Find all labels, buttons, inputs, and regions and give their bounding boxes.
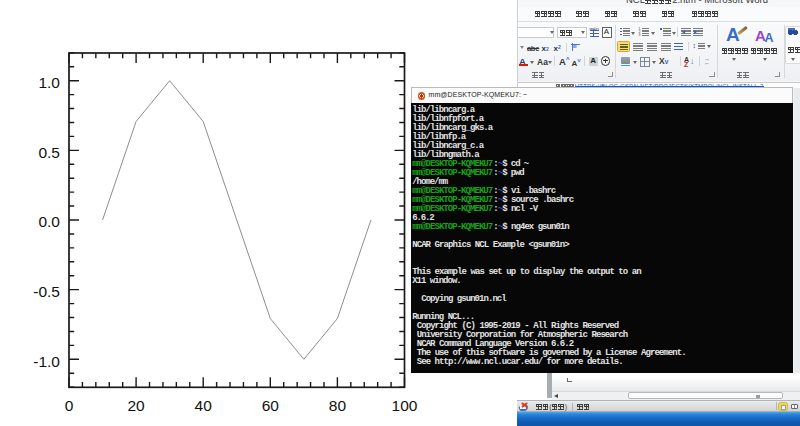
svg-text:0.0: 0.0: [38, 213, 60, 230]
svg-text:40: 40: [195, 397, 213, 414]
svg-text:20: 20: [127, 397, 145, 414]
svg-text:1.0: 1.0: [38, 74, 60, 91]
svg-text:60: 60: [262, 397, 280, 414]
svg-text:-1.0: -1.0: [33, 353, 60, 370]
svg-text:Copying gsun01n.ncl: Copying gsun01n.ncl: [421, 294, 507, 304]
svg-text:X11 window.: X11 window.: [412, 276, 462, 286]
svg-text:-0.5: -0.5: [33, 283, 60, 300]
svg-text:$ ncl -V: $ ncl -V: [502, 204, 539, 214]
svg-text:NCAR Graphics NCL Example <gsu: NCAR Graphics NCL Example <gsun01n>: [412, 240, 569, 250]
svg-text:mm@DESKTOP-KQMEKU7: mm@DESKTOP-KQMEKU7: [412, 222, 493, 232]
svg-text:0.5: 0.5: [38, 144, 60, 161]
svg-text:$ pwd: $ pwd: [502, 168, 525, 178]
svg-text:See http://www.ncl.ucar.edu/ f: See http://www.ncl.ucar.edu/ for more de…: [416, 357, 623, 367]
svg-text:100: 100: [392, 397, 418, 414]
svg-text:$ ng4ex gsun01n: $ ng4ex gsun01n: [502, 222, 570, 232]
svg-text:0: 0: [65, 397, 74, 414]
svg-text:80: 80: [329, 397, 347, 414]
